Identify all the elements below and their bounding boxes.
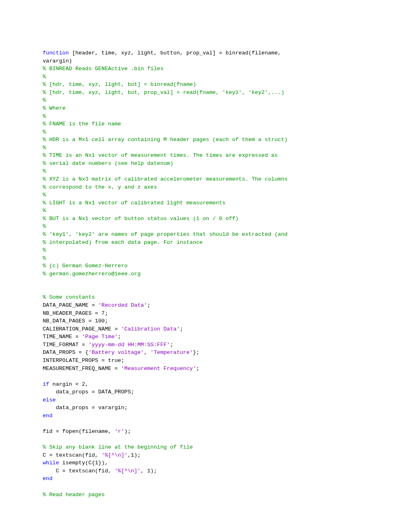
code-token: 'yyyy-mm-dd HH:MM:SS:FFF' <box>88 342 170 348</box>
code-token: [header, time, xyz, light, button, prop_… <box>69 50 284 56</box>
code-container: function [header, time, xyz, light, butt… <box>43 49 368 499</box>
code-line: end <box>43 412 368 420</box>
code-token: % TIME is an Nx1 vector of measurement t… <box>43 152 278 158</box>
code-line: TIME_FORMAT = 'yyyy-mm-dd HH:MM:SS:FFF'; <box>43 341 368 349</box>
code-line: % serial date numbers (see help datenum) <box>43 160 368 168</box>
code-token: % <box>43 208 46 214</box>
code-token: % interpolated) from each data page. For… <box>43 239 203 245</box>
code-token: CALIBRATION_PAGE_NAME = <box>43 326 121 332</box>
code-token: '%[^\n]' <box>114 468 141 474</box>
code-line <box>43 286 368 294</box>
code-token: % BINREAD Reads GENEActive .bin files <box>43 66 164 72</box>
code-token: % <box>43 255 46 261</box>
code-line <box>43 483 368 491</box>
code-token: % Some constants <box>43 294 95 300</box>
code-token: ); <box>125 428 131 434</box>
code-line: % (c) German Gomez-Herrero <box>43 262 368 270</box>
code-token: , <box>144 349 150 355</box>
code-line: end <box>43 475 368 483</box>
code-token: 'r' <box>114 428 124 434</box>
code-line: MEASUREMENT_FREQ_NAME = 'Measurement Fre… <box>43 365 368 373</box>
code-token: 'Recorded Data' <box>98 302 147 308</box>
code-line: % <box>43 96 368 104</box>
code-line: % [hdr, time, xyz, light, but, prop_val]… <box>43 89 368 97</box>
code-line <box>43 372 368 380</box>
code-token: function <box>43 50 69 56</box>
code-token: NB_HEADER_PAGES = 7; <box>43 310 108 316</box>
code-token: % [hdr, time, xyz, light, but] = binread… <box>43 81 196 87</box>
code-token: DATA_PROPS = { <box>43 349 88 355</box>
code-line: % interpolated) from each data page. For… <box>43 239 368 247</box>
code-token: NB_DATA_PAGES = 100; <box>43 318 108 324</box>
code-token: , 1); <box>141 468 157 474</box>
code-line: % BINREAD Reads GENEActive .bin files <box>43 65 368 73</box>
code-page: function [header, time, xyz, light, butt… <box>0 0 411 523</box>
code-token: % <box>43 74 46 80</box>
code-token: 'Calibration Data' <box>121 326 180 332</box>
code-token: % FNAME is the file name <box>43 121 121 127</box>
code-token: ,1); <box>128 452 141 458</box>
code-token: ; <box>170 342 173 348</box>
code-line: % XYZ is a Nx3 matrix of calibrated acce… <box>43 175 368 183</box>
code-line: % HDR is a Mx1 cell array containing M h… <box>43 136 368 144</box>
code-token: data_props = varargin; <box>43 405 128 411</box>
code-line: % <box>43 73 368 81</box>
code-token: 'Measurement Frequency' <box>121 366 196 372</box>
code-token: % Skip any blank line at the beginning o… <box>43 444 193 450</box>
code-line: data_props = varargin; <box>43 404 368 412</box>
code-line: if nargin < 2, <box>43 380 368 389</box>
code-line <box>43 436 368 444</box>
code-line <box>43 420 368 428</box>
code-line: % <box>43 128 368 136</box>
code-token: ; <box>118 334 121 340</box>
code-line: % Where <box>43 104 368 112</box>
code-token: ; <box>196 366 199 372</box>
code-line: function [header, time, xyz, light, butt… <box>43 49 368 57</box>
code-line: varargin) <box>43 57 368 65</box>
code-token: % <box>43 223 46 229</box>
code-line: fid = fopen(filename, 'r'); <box>43 428 368 436</box>
code-token: % Read header pages <box>43 492 105 498</box>
code-line: NB_DATA_PAGES = 100; <box>43 317 368 325</box>
code-line: while isempty(C{1}), <box>43 459 368 467</box>
code-token: 'Page Time' <box>82 334 118 340</box>
code-token: DATA_PAGE_NAME = <box>43 302 98 308</box>
code-token: fid = fopen(filename, <box>43 428 114 434</box>
code-token: ; <box>147 302 150 308</box>
code-token: C = textscan(fid, <box>43 468 114 474</box>
code-token: % HDR is a Mx1 cell array containing M h… <box>43 137 288 143</box>
code-line: % TIME is an Nx1 vector of measurement t… <box>43 152 368 160</box>
code-line: DATA_PROPS = {'Battery voltage', 'Temper… <box>43 349 368 357</box>
code-token: % german.gomezherrero@ieee.org <box>43 271 141 277</box>
code-line: % LIGHT is a Nx1 vector of calibrated li… <box>43 199 368 207</box>
code-line: DATA_PAGE_NAME = 'Recorded Data'; <box>43 301 368 310</box>
code-line: % correspond to the x, y and z axes <box>43 183 368 191</box>
code-token: nargin < 2, <box>49 381 88 387</box>
code-line: % Skip any blank line at the beginning o… <box>43 443 368 451</box>
code-line <box>43 278 368 286</box>
code-line: % 'key1', 'key2' are names of page prope… <box>43 231 368 239</box>
code-token: varargin) <box>43 58 72 64</box>
code-line: INTERPOLATE_PROPS = true; <box>43 357 368 365</box>
code-token: % <box>43 192 46 198</box>
code-token: else <box>43 397 56 403</box>
code-token: isempty(C{1}), <box>59 460 108 466</box>
code-line: else <box>43 396 368 404</box>
code-line: TIME_NAME = 'Page Time'; <box>43 333 368 341</box>
code-token: end <box>43 413 52 419</box>
code-token: % XYZ is a Nx3 matrix of calibrated acce… <box>43 176 288 182</box>
code-line: % Read header pages <box>43 491 368 499</box>
code-line: % <box>43 207 368 215</box>
code-line: % <box>43 191 368 199</box>
code-line: % [hdr, time, xyz, light, but] = binread… <box>43 81 368 89</box>
code-line: % <box>43 246 368 254</box>
code-token: % <box>43 247 46 253</box>
code-token: }; <box>193 349 199 355</box>
code-line: NB_HEADER_PAGES = 7; <box>43 310 368 318</box>
code-token: end <box>43 476 52 482</box>
code-token: while <box>43 460 59 466</box>
code-token: data_props = DATA_PROPS; <box>43 389 134 395</box>
code-token: % LIGHT is a Nx1 vector of calibrated li… <box>43 200 226 206</box>
code-line: % <box>43 222 368 231</box>
code-line: % BUT is a Nx1 vector of button status v… <box>43 215 368 223</box>
